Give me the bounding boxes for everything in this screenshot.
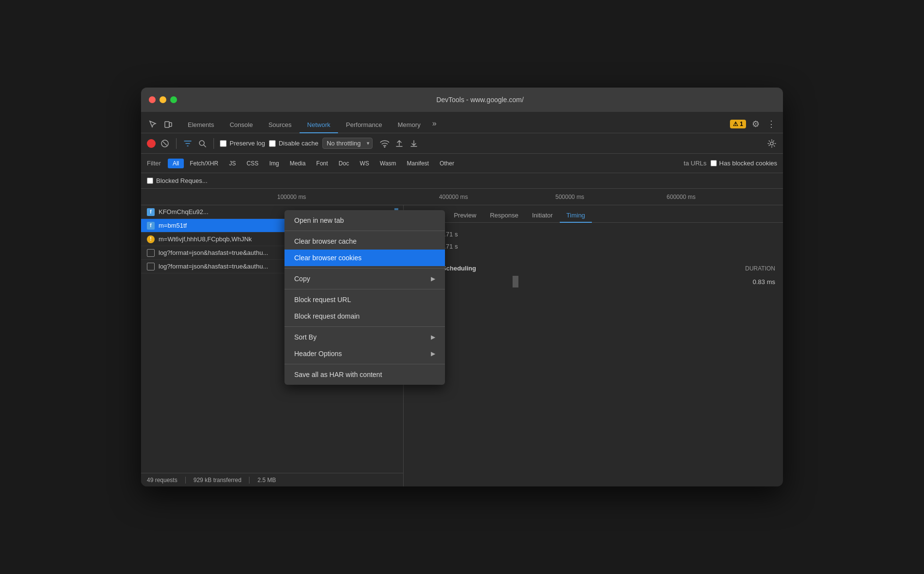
ctx-sort-by[interactable]: Sort By ▶ — [284, 329, 445, 345]
queueing-bar — [513, 276, 518, 287]
filter-tab-img[interactable]: Img — [265, 159, 284, 168]
request-name-4: log?format=json&hasfast=true&authu... — [159, 263, 268, 270]
preserve-log-checkbox[interactable]: Preserve log — [220, 140, 265, 147]
network-toolbar: Preserve log Disable cache No throttling — [141, 133, 783, 154]
notification-icon: ⚠ — [733, 121, 740, 127]
status-divider-1 — [185, 477, 186, 484]
tab-memory[interactable]: Memory — [390, 117, 428, 133]
context-menu: Open in new tab Clear browser cache Clea… — [284, 210, 445, 385]
svg-point-7 — [770, 142, 773, 145]
has-blocked-cookies-input[interactable] — [711, 160, 717, 166]
ctx-separator-1 — [284, 231, 445, 231]
window-title: DevTools - www.google.com/ — [185, 96, 775, 104]
clear-icon[interactable] — [160, 138, 170, 149]
preserve-log-input[interactable] — [220, 140, 227, 147]
close-button[interactable] — [149, 96, 156, 103]
filter-bar: Filter All Fetch/XHR JS CSS Img Media Fo… — [141, 154, 783, 173]
ctx-header-options[interactable]: Header Options ▶ — [284, 345, 445, 362]
notification-badge: ⚠ 1 — [730, 120, 746, 128]
ctx-separator-2 — [284, 268, 445, 269]
download-icon[interactable] — [409, 138, 419, 149]
blocked-requests-label: Blocked Reques... — [156, 177, 208, 184]
ctx-header-arrow: ▶ — [431, 350, 435, 357]
ctx-clear-cookies[interactable]: Clear browser cookies — [284, 250, 445, 266]
timing-queueing-row: Queueing 0.83 ms — [411, 276, 775, 287]
filter-tab-css[interactable]: CSS — [242, 159, 264, 168]
throttle-select[interactable]: No throttling — [322, 138, 373, 149]
minimize-button[interactable] — [160, 96, 166, 103]
filter-tab-doc[interactable]: Doc — [334, 159, 354, 168]
timeline-mark-3: 600000 ms — [667, 194, 695, 200]
detail-tab-timing[interactable]: Timing — [560, 209, 592, 223]
has-blocked-cookies-checkbox[interactable]: Has blocked cookies — [711, 160, 777, 167]
main-content: f KFOmChqEu92... f m=bm51tf ! m=Wt6vjf,h… — [141, 205, 783, 486]
filter-tab-other[interactable]: Other — [435, 159, 459, 168]
search-icon[interactable] — [197, 138, 208, 149]
svg-rect-1 — [169, 123, 172, 126]
filter-tab-wasm[interactable]: Wasm — [375, 159, 401, 168]
ctx-clear-cache[interactable]: Clear browser cache — [284, 233, 445, 250]
filter-tab-js[interactable]: JS — [224, 159, 241, 168]
detail-tab-preview[interactable]: Preview — [447, 209, 483, 223]
timing-section-resource: Resource Scheduling DURATION — [411, 265, 775, 272]
right-panel: Headers Preview Response Initiator Timin… — [404, 205, 783, 486]
svg-rect-0 — [165, 122, 169, 127]
blocked-requests-checkbox[interactable] — [147, 178, 153, 184]
ctx-copy[interactable]: Copy ▶ — [284, 270, 445, 287]
total-size: 2.5 MB — [257, 477, 276, 484]
request-icon-3 — [147, 249, 155, 257]
filter-tab-media[interactable]: Media — [285, 159, 311, 168]
ctx-copy-arrow: ▶ — [431, 275, 435, 282]
filter-tab-xhr[interactable]: Fetch/XHR — [185, 159, 223, 168]
filter-tab-all[interactable]: All — [168, 159, 184, 168]
traffic-lights — [149, 96, 177, 103]
filter-right: ta URLs Has blocked cookies — [684, 160, 777, 167]
tab-sources[interactable]: Sources — [261, 117, 300, 133]
device-toolbar-icon[interactable] — [162, 118, 174, 130]
toolbar-left-icons — [147, 118, 174, 133]
settings-icon[interactable]: ⚙ — [750, 118, 762, 130]
ctx-open-new-tab[interactable]: Open in new tab — [284, 212, 445, 229]
filter-label: Filter — [147, 160, 161, 167]
tab-performance[interactable]: Performance — [338, 117, 390, 133]
detail-tab-initiator[interactable]: Initiator — [525, 209, 560, 223]
request-icon-2: ! — [147, 235, 155, 243]
filter-tab-font[interactable]: Font — [311, 159, 333, 168]
timeline-mark-2: 500000 ms — [555, 194, 584, 200]
tab-network[interactable]: Network — [300, 117, 338, 133]
tab-elements[interactable]: Elements — [180, 117, 222, 133]
maximize-button[interactable] — [170, 96, 177, 103]
toolbar-divider-2 — [213, 138, 214, 149]
queueing-value: 0.83 ms — [753, 278, 775, 286]
filter-tab-ws[interactable]: WS — [355, 159, 374, 168]
filter-tab-manifest[interactable]: Manifest — [402, 159, 434, 168]
ctx-block-domain[interactable]: Block request domain — [284, 308, 445, 324]
titlebar: DevTools - www.google.com/ — [141, 88, 783, 112]
svg-line-5 — [204, 145, 206, 147]
tabs-more-button[interactable]: » — [428, 115, 441, 133]
tab-console[interactable]: Console — [222, 117, 261, 133]
settings-gear-icon[interactable] — [766, 138, 777, 149]
record-button[interactable] — [147, 139, 156, 148]
throttle-selector-wrapper: No throttling — [322, 138, 373, 149]
request-icon-4 — [147, 263, 155, 270]
ctx-save-har[interactable]: Save all as HAR with content — [284, 366, 445, 383]
upload-icon[interactable] — [394, 138, 405, 149]
more-options-icon[interactable]: ⋮ — [765, 118, 777, 130]
svg-line-3 — [163, 142, 167, 145]
disable-cache-checkbox[interactable]: Disable cache — [269, 140, 319, 147]
detail-tab-response[interactable]: Response — [483, 209, 525, 223]
tabs-right-actions: ⚠ 1 ⚙ ⋮ — [730, 118, 777, 133]
detail-content: Started at 4.71 s Started at 4.71 s Reso… — [404, 223, 783, 486]
inspect-icon[interactable] — [147, 118, 159, 130]
filter-tabs: All Fetch/XHR JS CSS Img Media Font Doc … — [168, 159, 459, 168]
toolbar-divider-1 — [176, 138, 177, 149]
detail-tabs: Headers Preview Response Initiator Timin… — [404, 205, 783, 223]
filter-icon[interactable] — [182, 138, 193, 149]
ctx-sort-arrow: ▶ — [431, 334, 435, 341]
ctx-block-url[interactable]: Block request URL — [284, 291, 445, 308]
wifi-icon[interactable] — [379, 138, 390, 149]
disable-cache-input[interactable] — [269, 140, 276, 147]
request-name-3: log?format=json&hasfast=true&authu... — [159, 249, 268, 256]
request-name-0: KFOmChqEu92... — [159, 208, 209, 215]
